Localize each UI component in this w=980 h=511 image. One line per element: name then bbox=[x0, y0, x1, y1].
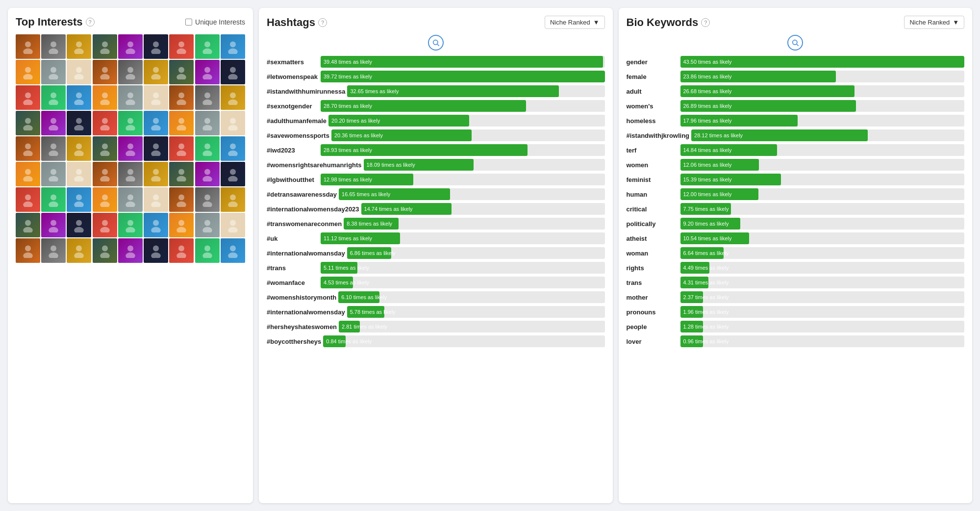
bar-fill: 26.68 times as likely bbox=[680, 85, 854, 97]
bar-label: #sexnotgender bbox=[267, 102, 321, 110]
bar-item[interactable]: #transwomenareconmen8.38 times as likely bbox=[267, 217, 605, 230]
bar-item[interactable]: #internationalwomensday5.78 times as lik… bbox=[267, 306, 605, 318]
bar-item[interactable]: female23.86 times as likely bbox=[627, 70, 965, 83]
bar-item[interactable]: #boycotthersheys0.84 times as likely bbox=[267, 335, 605, 348]
bio-title-row: Bio Keywords ? bbox=[627, 16, 710, 29]
bar-item[interactable]: terf14.84 times as likely bbox=[627, 144, 965, 156]
avatar-cell bbox=[169, 85, 194, 110]
bar-item[interactable]: rights4.49 times as likely bbox=[627, 261, 965, 274]
bar-item[interactable]: #internationalwomensday202314.74 times a… bbox=[267, 203, 605, 215]
bar-item[interactable]: #womensrightsarehumanrights18.09 times a… bbox=[267, 158, 605, 171]
bar-item[interactable]: #womanface4.53 times as likely bbox=[267, 276, 605, 289]
interests-help-icon[interactable]: ? bbox=[86, 18, 95, 26]
svg-point-134 bbox=[127, 220, 133, 226]
bar-label: #internationalwomensday2023 bbox=[267, 205, 361, 213]
bar-value-text: 1.96 times as likely bbox=[683, 309, 729, 315]
avatar-cell bbox=[144, 34, 168, 59]
avatar-cell bbox=[16, 162, 40, 186]
bar-item[interactable]: trans4.31 times as likely bbox=[627, 276, 965, 289]
avatar-cell bbox=[41, 238, 66, 263]
avatar-cell bbox=[221, 162, 245, 186]
bar-label: #adulthumanfemale bbox=[267, 117, 328, 125]
hashtags-niche-ranked-button[interactable]: Niche Ranked ▼ bbox=[545, 16, 605, 29]
svg-point-72 bbox=[25, 144, 31, 150]
bar-item[interactable]: #uk11.12 times as likely bbox=[267, 232, 605, 245]
avatar-cell bbox=[118, 187, 143, 212]
bar-item[interactable]: critical7.75 times as likely bbox=[627, 203, 965, 215]
bar-item[interactable]: #womenshistorymonth6.10 times as likely bbox=[267, 291, 605, 304]
svg-point-68 bbox=[204, 118, 210, 124]
avatar-cell bbox=[41, 60, 66, 84]
avatar-cell bbox=[93, 238, 117, 263]
bar-item[interactable]: mother2.37 times as likely bbox=[627, 291, 965, 304]
bio-niche-ranked-button[interactable]: Niche Ranked ▼ bbox=[904, 16, 964, 29]
bar-item[interactable]: women's26.89 times as likely bbox=[627, 100, 965, 112]
bar-label: #iwd2023 bbox=[267, 147, 321, 154]
bar-fill: 2.81 times as likely bbox=[339, 321, 360, 332]
bar-value-text: 26.68 times as likely bbox=[683, 88, 732, 94]
svg-point-81 bbox=[126, 151, 135, 156]
bar-item[interactable]: #sexnotgender28.70 times as likely bbox=[267, 100, 605, 112]
svg-point-15 bbox=[202, 49, 212, 54]
bio-search-button[interactable] bbox=[787, 35, 803, 51]
bar-item[interactable]: politically9.20 times as likely bbox=[627, 217, 965, 230]
bar-track: 14.84 times as likely bbox=[680, 144, 965, 156]
svg-point-131 bbox=[75, 227, 84, 232]
bar-item[interactable]: #sexmatters39.48 times as likely bbox=[267, 55, 605, 68]
bar-item[interactable]: homeless17.96 times as likely bbox=[627, 114, 965, 127]
unique-interests-checkbox[interactable] bbox=[185, 19, 192, 26]
bar-item[interactable]: #detransawarenessday16.65 times as likel… bbox=[267, 188, 605, 201]
bar-value-text: 32.65 times as likely bbox=[350, 88, 399, 94]
svg-point-136 bbox=[153, 220, 159, 226]
bar-item[interactable]: #trans5.11 times as likely bbox=[267, 261, 605, 274]
unique-interests-row[interactable]: Unique Interests bbox=[185, 18, 245, 26]
bar-fill: 6.86 times as likely bbox=[347, 247, 392, 259]
bar-item[interactable]: #istandwithjkrowling28.12 times as likel… bbox=[627, 129, 965, 142]
svg-point-59 bbox=[75, 125, 84, 130]
bar-fill: 8.38 times as likely bbox=[344, 218, 399, 230]
avatar-cell bbox=[195, 187, 220, 212]
bar-item[interactable]: women12.06 times as likely bbox=[627, 158, 965, 171]
svg-point-101 bbox=[151, 176, 161, 181]
bar-track: 5.11 times as likely bbox=[321, 262, 605, 274]
bar-item[interactable]: #lgbwithoutthet12.98 times as likely bbox=[267, 173, 605, 186]
bar-value-text: 2.37 times as likely bbox=[683, 294, 729, 300]
bar-fill: 26.89 times as likely bbox=[680, 100, 856, 112]
bar-item[interactable]: lover0.96 times as likely bbox=[627, 335, 965, 348]
bar-item[interactable]: adult26.68 times as likely bbox=[627, 85, 965, 98]
avatar-cell bbox=[41, 85, 66, 110]
bar-item[interactable]: woman6.64 times as likely bbox=[627, 247, 965, 259]
bar-track: 15.39 times as likely bbox=[680, 174, 965, 185]
bar-item[interactable]: gender43.50 times as likely bbox=[627, 55, 965, 68]
hashtags-search-button[interactable] bbox=[428, 35, 444, 51]
bar-item[interactable]: #istandwithhumirunnessa32.65 times as li… bbox=[267, 85, 605, 98]
svg-point-164 bbox=[793, 40, 797, 45]
bar-item[interactable]: #savewomenssports20.36 times as likely bbox=[267, 129, 605, 142]
svg-point-54 bbox=[25, 118, 31, 124]
bio-help-icon[interactable]: ? bbox=[701, 18, 710, 27]
bar-item[interactable]: #iwd202328.93 times as likely bbox=[267, 144, 605, 156]
svg-point-65 bbox=[151, 125, 161, 130]
avatar-cell bbox=[144, 213, 168, 237]
bar-item[interactable]: pronouns1.96 times as likely bbox=[627, 306, 965, 318]
svg-point-2 bbox=[50, 42, 56, 48]
avatar-cell bbox=[67, 60, 91, 84]
bar-item[interactable]: feminist15.39 times as likely bbox=[627, 173, 965, 186]
bar-item[interactable]: #adulthumanfemale20.20 times as likely bbox=[267, 114, 605, 127]
bar-item[interactable]: #letwomenspeak39.72 times as likely bbox=[267, 70, 605, 83]
svg-point-108 bbox=[25, 195, 31, 201]
hashtags-help-icon[interactable]: ? bbox=[318, 18, 327, 27]
bar-item[interactable]: people1.28 times as likely bbox=[627, 320, 965, 333]
svg-point-36 bbox=[25, 93, 31, 99]
bar-item[interactable]: atheist10.54 times as likely bbox=[627, 232, 965, 245]
bar-label: woman bbox=[627, 250, 680, 257]
svg-point-139 bbox=[177, 227, 187, 232]
bio-dropdown-icon: ▼ bbox=[953, 19, 959, 26]
avatar-cell bbox=[169, 238, 194, 263]
bar-value-text: 4.31 times as likely bbox=[683, 280, 729, 285]
bar-item[interactable]: #internationalwomansday6.86 times as lik… bbox=[267, 247, 605, 259]
bar-item[interactable]: human12.00 times as likely bbox=[627, 188, 965, 201]
bar-item[interactable]: #hersheyshateswomen2.81 times as likely bbox=[267, 320, 605, 333]
bar-value-text: 14.74 times as likely bbox=[364, 206, 413, 212]
svg-point-60 bbox=[102, 118, 108, 124]
